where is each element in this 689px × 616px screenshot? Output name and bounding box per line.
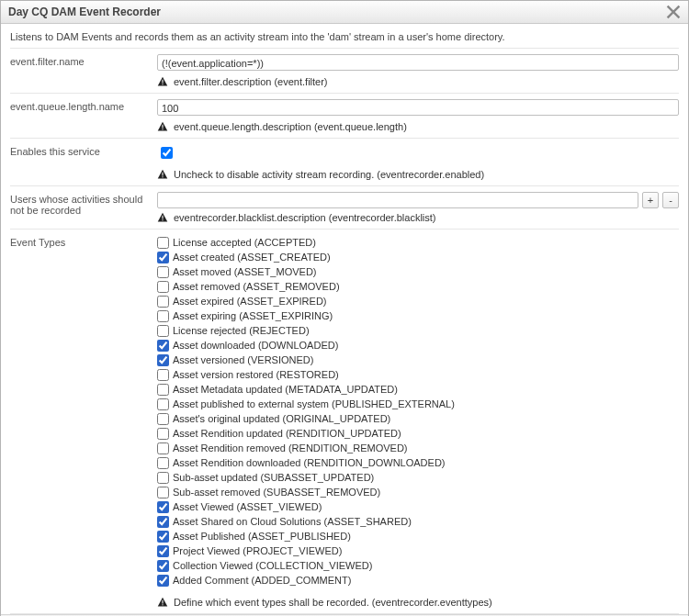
- svg-rect-0: [162, 80, 163, 84]
- event-type-item[interactable]: Sub-asset removed (SUBASSET_REMOVED): [157, 485, 679, 499]
- warning-icon: [157, 76, 168, 87]
- event-type-item[interactable]: Asset Shared on Cloud Solutions (ASSET_S…: [157, 514, 679, 529]
- event-type-item[interactable]: Asset versioned (VERSIONED): [157, 353, 679, 367]
- event-type-item[interactable]: Asset removed (ASSET_REMOVED): [157, 279, 679, 294]
- event-type-checkbox[interactable]: [157, 531, 169, 543]
- checkbox-enabled[interactable]: [161, 147, 173, 159]
- event-type-checkbox[interactable]: [157, 281, 169, 293]
- event-type-checkbox[interactable]: [157, 501, 169, 513]
- event-type-checkbox[interactable]: [157, 354, 169, 366]
- event-type-item[interactable]: Asset Published (ASSET_PUBLISHED): [157, 529, 679, 543]
- label-queue-length: event.queue.length.name: [10, 99, 157, 112]
- input-queue-length[interactable]: [157, 99, 679, 116]
- remove-button[interactable]: -: [662, 192, 679, 208]
- event-type-checkbox[interactable]: [157, 340, 169, 352]
- event-type-item[interactable]: Collection Viewed (COLLECTION_VIEWED): [157, 558, 679, 573]
- event-type-checkbox[interactable]: [157, 413, 169, 425]
- event-type-checkbox[interactable]: [157, 516, 169, 528]
- event-type-label: Asset Viewed (ASSET_VIEWED): [173, 499, 322, 514]
- event-type-label: Asset moved (ASSET_MOVED): [173, 264, 317, 279]
- event-type-checkbox[interactable]: [157, 545, 169, 557]
- event-type-checkbox[interactable]: [157, 487, 169, 498]
- event-type-item[interactable]: Asset Viewed (ASSET_VIEWED): [157, 499, 679, 514]
- event-type-item[interactable]: Asset downloaded (DOWNLOADED): [157, 338, 679, 353]
- label-event-filter: event.filter.name: [10, 54, 157, 67]
- add-button[interactable]: +: [642, 192, 659, 208]
- svg-rect-5: [162, 176, 163, 177]
- event-type-checkbox[interactable]: [157, 575, 169, 587]
- hint-event-types: Define which event types shall be record…: [174, 597, 492, 608]
- event-type-label: Asset version restored (RESTORED): [173, 367, 339, 382]
- event-type-checkbox[interactable]: [157, 310, 169, 322]
- warning-icon: [157, 597, 168, 608]
- warning-icon: [157, 121, 168, 132]
- event-type-label: Asset versioned (VERSIONED): [173, 353, 313, 367]
- event-type-checkbox[interactable]: [157, 428, 169, 440]
- close-icon[interactable]: [666, 5, 681, 19]
- event-type-checkbox[interactable]: [157, 384, 169, 396]
- event-type-item[interactable]: License rejected (REJECTED): [157, 323, 679, 338]
- svg-rect-2: [162, 125, 163, 129]
- event-type-label: Sub-asset updated (SUBASSET_UPDATED): [173, 470, 374, 485]
- row-blacklist: Users whose activities should not be rec…: [10, 185, 679, 229]
- event-type-item[interactable]: Project Viewed (PROJECT_VIEWED): [157, 543, 679, 558]
- label-blacklist: Users whose activities should not be rec…: [10, 192, 157, 216]
- event-type-label: Collection Viewed (COLLECTION_VIEWED): [173, 558, 372, 573]
- event-type-item[interactable]: Asset Rendition removed (RENDITION_REMOV…: [157, 441, 679, 455]
- event-type-label: Asset expiring (ASSET_EXPIRING): [173, 308, 333, 323]
- event-type-item[interactable]: Asset expiring (ASSET_EXPIRING): [157, 308, 679, 323]
- config-dialog: Day CQ DAM Event Recorder Listens to DAM…: [0, 0, 689, 616]
- hint-enabled: Uncheck to disable activity stream recor…: [174, 169, 484, 180]
- event-type-item[interactable]: License accepted (ACCEPTED): [157, 235, 679, 250]
- row-enabled: Enables this service Uncheck to disable …: [10, 138, 679, 185]
- svg-rect-4: [162, 173, 163, 176]
- input-blacklist[interactable]: [157, 192, 638, 208]
- event-type-label: License accepted (ACCEPTED): [173, 235, 316, 250]
- event-type-item[interactable]: Added Comment (ADDED_COMMENT): [157, 573, 679, 588]
- event-type-checkbox[interactable]: [157, 398, 169, 410]
- config-form: event.filter.name event.filter.descripti…: [1, 48, 688, 614]
- event-type-label: Asset created (ASSET_CREATED): [173, 250, 331, 264]
- event-type-item[interactable]: Sub-asset updated (SUBASSET_UPDATED): [157, 470, 679, 485]
- hint-queue-length: event.queue.length.description (event.qu…: [174, 121, 407, 132]
- event-type-label: License rejected (REJECTED): [173, 323, 310, 338]
- warning-icon: [157, 212, 168, 223]
- event-type-label: Asset Rendition downloaded (RENDITION_DO…: [173, 455, 446, 470]
- event-type-checkbox[interactable]: [157, 325, 169, 337]
- event-type-checkbox[interactable]: [157, 252, 169, 263]
- label-enabled: Enables this service: [10, 144, 157, 157]
- event-type-label: Asset Rendition updated (RENDITION_UPDAT…: [173, 426, 401, 441]
- event-type-item[interactable]: Asset Metadata updated (METADATA_UPDATED…: [157, 382, 679, 397]
- event-type-item[interactable]: Asset's original updated (ORIGINAL_UPDAT…: [157, 411, 679, 426]
- event-type-item[interactable]: Asset version restored (RESTORED): [157, 367, 679, 382]
- event-type-item[interactable]: Asset Rendition updated (RENDITION_UPDAT…: [157, 426, 679, 441]
- event-type-checkbox[interactable]: [157, 472, 169, 484]
- event-type-checkbox[interactable]: [157, 369, 169, 381]
- event-type-checkbox[interactable]: [157, 296, 169, 308]
- dialog-description: Listens to DAM Events and records them a…: [1, 24, 688, 48]
- event-type-item[interactable]: Asset expired (ASSET_EXPIRED): [157, 294, 679, 308]
- event-type-label: Sub-asset removed (SUBASSET_REMOVED): [173, 485, 380, 499]
- event-type-checkbox[interactable]: [157, 237, 169, 249]
- event-type-checkbox[interactable]: [157, 560, 169, 572]
- event-type-checkbox[interactable]: [157, 442, 169, 454]
- svg-rect-1: [162, 84, 163, 84]
- event-type-label: Added Comment (ADDED_COMMENT): [173, 573, 351, 588]
- svg-rect-3: [162, 129, 163, 129]
- event-type-label: Project Viewed (PROJECT_VIEWED): [173, 543, 342, 558]
- event-type-item[interactable]: Asset Rendition downloaded (RENDITION_DO…: [157, 455, 679, 470]
- hint-event-filter: event.filter.description (event.filter): [174, 76, 328, 87]
- svg-rect-9: [162, 604, 163, 605]
- event-type-item[interactable]: Asset published to external system (PUBL…: [157, 397, 679, 411]
- label-event-types: Event Types: [10, 235, 157, 248]
- event-type-label: Asset's original updated (ORIGINAL_UPDAT…: [173, 411, 390, 426]
- event-type-checkbox[interactable]: [157, 457, 169, 469]
- event-type-label: Asset Published (ASSET_PUBLISHED): [173, 529, 351, 543]
- dialog-title: Day CQ DAM Event Recorder: [8, 6, 161, 18]
- row-event-filter: event.filter.name event.filter.descripti…: [10, 48, 679, 93]
- event-type-item[interactable]: Asset moved (ASSET_MOVED): [157, 264, 679, 279]
- event-type-checkbox[interactable]: [157, 266, 169, 278]
- event-types-list: License accepted (ACCEPTED)Asset created…: [157, 235, 679, 588]
- input-event-filter[interactable]: [157, 54, 679, 71]
- event-type-item[interactable]: Asset created (ASSET_CREATED): [157, 250, 679, 264]
